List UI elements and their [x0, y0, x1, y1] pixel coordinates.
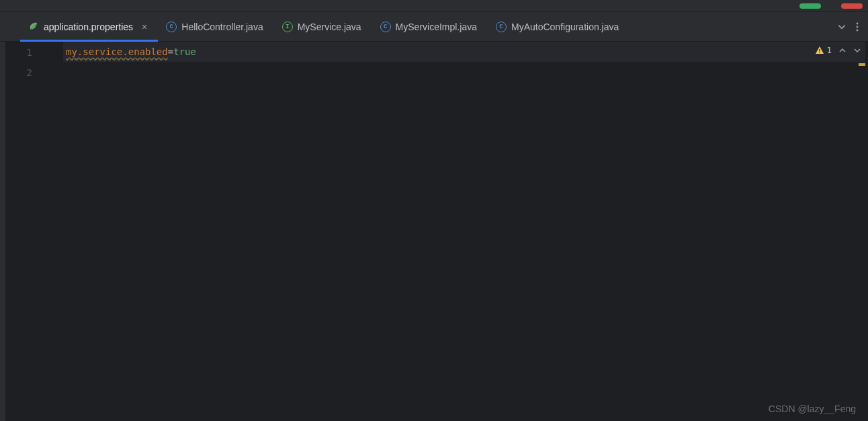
warning-icon — [815, 46, 824, 55]
warning-badge[interactable]: 1 — [815, 45, 832, 55]
svg-point-2 — [857, 29, 859, 31]
svg-point-0 — [857, 22, 859, 24]
run-indicator — [799, 3, 821, 9]
code-area[interactable]: my.service.enabled=true 1 — [63, 42, 865, 421]
tab-myservice[interactable]: I MyService.java — [274, 12, 372, 41]
line-number: 2 — [12, 67, 32, 78]
line-number: 1 — [12, 47, 32, 58]
class-icon: C — [496, 22, 507, 32]
watermark: CSDN @lazy__Feng — [769, 404, 856, 414]
editor-tabs: application.properties × C HelloControll… — [0, 12, 868, 42]
next-highlight-icon[interactable] — [853, 46, 861, 54]
tab-label: MyService.java — [298, 22, 361, 32]
svg-rect-3 — [819, 49, 820, 52]
left-tool-strip[interactable] — [0, 42, 5, 421]
line-gutter: 1 2 — [5, 42, 63, 421]
prev-highlight-icon[interactable] — [838, 46, 847, 54]
tab-myautoconfiguration[interactable]: C MyAutoConfiguration.java — [488, 12, 630, 41]
tab-label: HelloController.java — [181, 22, 263, 32]
warning-count: 1 — [826, 45, 832, 55]
tab-label: MyAutoConfiguration.java — [511, 22, 619, 32]
interface-icon: I — [282, 22, 293, 32]
property-equals: = — [168, 46, 173, 57]
property-key: my.service.enabled — [66, 46, 168, 57]
close-tab-icon[interactable]: × — [142, 22, 147, 32]
svg-rect-4 — [819, 52, 820, 52]
code-line[interactable]: my.service.enabled=true — [63, 42, 865, 62]
tab-myserviceimpl[interactable]: C MyServiceImpl.java — [372, 12, 488, 41]
error-stripe-mark[interactable] — [859, 63, 865, 66]
tab-hellocontroller[interactable]: C HelloController.java — [158, 12, 273, 41]
tab-bar-actions — [837, 12, 864, 41]
tab-application-properties[interactable]: application.properties × — [20, 12, 158, 41]
property-value: true — [173, 46, 196, 57]
stop-indicator — [841, 3, 863, 9]
tabs-dropdown-button[interactable] — [837, 22, 847, 32]
class-icon: C — [166, 22, 177, 32]
spring-leaf-icon — [28, 22, 39, 32]
inspection-widget[interactable]: 1 — [815, 45, 861, 55]
svg-point-1 — [857, 26, 859, 28]
tab-label: application.properties — [44, 22, 133, 32]
editor[interactable]: 1 2 my.service.enabled=true 1 CSDN @lazy… — [5, 42, 865, 421]
title-bar — [0, 0, 868, 12]
tab-more-menu-icon[interactable] — [856, 22, 859, 32]
class-icon: C — [380, 22, 391, 32]
tab-label: MyServiceImpl.java — [396, 22, 477, 32]
